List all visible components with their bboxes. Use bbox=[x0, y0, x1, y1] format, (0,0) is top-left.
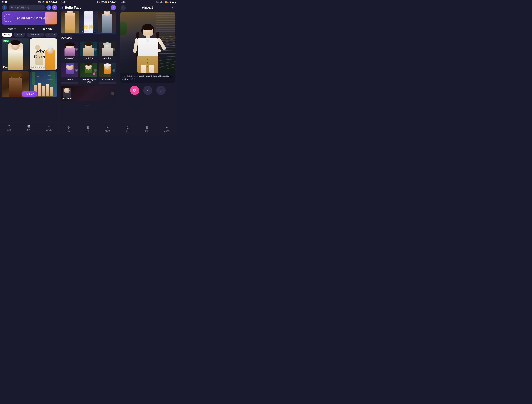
caption-text: 我们也提供了自定义换脸，你可以对任意视频或者图片进行换脸 去试试 bbox=[122, 75, 173, 81]
nav-indicator-1 bbox=[25, 132, 32, 132]
battery-bar-3 bbox=[172, 1, 175, 3]
genshin-card-img: › bbox=[61, 63, 78, 77]
tab-video-swap[interactable]: 视频换脸 bbox=[5, 27, 17, 31]
genshin-overlay: 原神 Genshin Impact bbox=[82, 24, 95, 32]
search-box[interactable]: 🔍 请输入模板名称 bbox=[9, 5, 45, 10]
s-icon-p2[interactable]: S bbox=[111, 5, 116, 10]
upload-banner[interactable]: + 上传任何视频或者图 片进行换脸 bbox=[2, 12, 57, 25]
play-icon-1: ⊙ bbox=[8, 124, 11, 128]
nav-play-2[interactable]: ⊙ 玩法 bbox=[64, 125, 73, 133]
time-1: 11:00 bbox=[2, 1, 7, 3]
ai-icon-2: ✦ bbox=[106, 125, 109, 129]
filter-virtual[interactable]: Virtual Fantasy bbox=[27, 32, 44, 37]
time-3: 11:02 bbox=[120, 1, 126, 3]
swap-label-3: 换脸 bbox=[145, 130, 149, 132]
hero-banner[interactable]: 原神 Genshin Impact bbox=[61, 12, 116, 34]
ps2-label: PS2 Filter bbox=[62, 97, 72, 100]
play-label-3: 玩法 bbox=[126, 130, 130, 132]
card-mua-label: Mua bbox=[3, 66, 7, 68]
hello-face-logo: ℌ Hello Face bbox=[61, 5, 109, 10]
nav-swap-3[interactable]: ⊟ 换脸 bbox=[143, 125, 151, 133]
play-icon-2: ⊙ bbox=[67, 125, 70, 129]
upload-plus-icon: + bbox=[4, 14, 12, 22]
anime-label: 视频动漫化 bbox=[61, 56, 78, 61]
tabs-row: 视频换脸 图片换脸 双人换脸 bbox=[0, 26, 59, 32]
filter-more-icon[interactable]: ≡ bbox=[59, 33, 59, 36]
back-icon: ‹ bbox=[123, 6, 123, 9]
top-cards-grid: NEW Mua Photo Dance ✦ Photo Dance bbox=[0, 38, 59, 70]
action-share-button[interactable]: ↗ bbox=[143, 86, 152, 95]
feature-card-timemagic[interactable]: › 时间魔法 bbox=[99, 42, 116, 61]
hero-char-1 bbox=[61, 12, 79, 32]
nav-swap-2[interactable]: ⊟ 换脸 bbox=[83, 125, 92, 133]
nav-ai-3[interactable]: ✦ AI写真 bbox=[162, 125, 172, 133]
custom-button[interactable]: + 自定义 > bbox=[22, 91, 37, 96]
card-photo-dance-label: Photo Dance bbox=[32, 66, 44, 68]
miyazaki-card-img: › bbox=[80, 63, 97, 77]
tab-photo-swap[interactable]: 图片换脸 bbox=[24, 27, 35, 31]
discord-icon[interactable]: D bbox=[46, 5, 51, 10]
caption-link[interactable]: 去试试 bbox=[129, 78, 135, 80]
panel-face-swap: 11:00 29.5 KB/s 📶 84% 👤 🔍 请输入模板名称 D S + … bbox=[0, 0, 59, 135]
nav-ai-1[interactable]: ✦ AI写真 bbox=[44, 124, 54, 133]
user-icon: 👤 bbox=[3, 6, 6, 9]
photodance-card-img: › bbox=[99, 63, 116, 77]
feature-card-photodance[interactable]: › Photo Dance bbox=[99, 63, 116, 84]
plant-element bbox=[120, 22, 127, 35]
caption-overlay: 我们也提供了自定义换脸，你可以对任意视频或者图片进行换脸 去试试 bbox=[120, 73, 175, 83]
battery-label-3: 84% bbox=[167, 1, 171, 3]
filter-trendy[interactable]: Trendy bbox=[2, 33, 12, 37]
feature-card-portrait[interactable]: › 精美写真集 bbox=[80, 42, 97, 61]
search-icon: 🔍 bbox=[11, 6, 13, 9]
feature-card-anime[interactable]: › 视频动漫化 bbox=[61, 42, 78, 61]
battery-bar-1 bbox=[53, 1, 57, 3]
home-button[interactable]: ⌂ bbox=[170, 5, 175, 11]
action-download-button[interactable]: ⬇ bbox=[156, 86, 165, 95]
feature-grid-row1: › 视频动漫化 › 精美写真集 › bbox=[59, 42, 118, 63]
play-label-2: 玩法 bbox=[67, 130, 70, 132]
time-2: 11:00 bbox=[61, 1, 66, 3]
section-title-features: 特色玩法 bbox=[59, 37, 118, 42]
photodance-chevron: › bbox=[113, 69, 115, 72]
nav-play-3[interactable]: ⊙ 玩法 bbox=[123, 125, 132, 133]
p2-scrollable[interactable]: 原神 Genshin Impact 特色玩法 › 视频动漫化 bbox=[59, 12, 118, 123]
swap-label-1: 换脸 bbox=[27, 129, 30, 131]
timemagic-chevron: › bbox=[113, 48, 115, 51]
nav-swap-1[interactable]: ⊟ 换脸 bbox=[23, 124, 34, 133]
ps2-card[interactable]: › PS2 Filter bbox=[61, 86, 116, 101]
search-placeholder: 请输入模板名称 bbox=[14, 6, 29, 9]
tab-dual-swap[interactable]: 双人换脸 bbox=[42, 27, 54, 31]
panel-result: 11:02 1.36 MB/s 📶 84% ‹ 制作完成 ⌂ bbox=[118, 0, 177, 135]
nav-ai-2[interactable]: ✦ AI写真 bbox=[102, 125, 113, 133]
s-icon[interactable]: S bbox=[52, 5, 57, 10]
action-row: 🖼 ↗ ⬇ bbox=[118, 83, 177, 96]
custom-btn-label: + 自定义 > bbox=[25, 92, 34, 96]
feature-card-miyazaki[interactable]: › Miyazaki Hayao Style bbox=[80, 63, 97, 84]
user-avatar[interactable]: 👤 bbox=[2, 5, 7, 10]
page-title-result: 制作完成 bbox=[126, 6, 170, 10]
watermark: one.com bbox=[59, 103, 118, 108]
result-inner: 我们也提供了自定义换脸，你可以对任意视频或者图片进行换脸 去试试 bbox=[120, 12, 175, 83]
share-icon: ↗ bbox=[147, 89, 149, 92]
wifi-icon-1: 📶 bbox=[46, 1, 48, 3]
play-label-1: 玩法 bbox=[7, 129, 11, 131]
genshin-card-label: Genshin bbox=[61, 77, 78, 82]
preview-img bbox=[45, 12, 57, 25]
ps2-bg: › PS2 Filter bbox=[61, 86, 116, 101]
anime-chevron: › bbox=[75, 48, 78, 51]
home-icon: ⌂ bbox=[171, 6, 173, 10]
swap-label-2: 换脸 bbox=[86, 130, 89, 132]
card-photo-dance[interactable]: Photo Dance ✦ Photo Dance bbox=[30, 38, 57, 70]
back-button[interactable]: ‹ bbox=[120, 5, 126, 11]
action-image-button[interactable]: 🖼 bbox=[130, 86, 139, 95]
status-bar-2: 11:00 1.09 MB/s 📶 84% bbox=[59, 0, 118, 4]
card-mua[interactable]: NEW Mua bbox=[2, 38, 29, 70]
filter-beauties[interactable]: Beauties bbox=[45, 32, 57, 37]
nav-play-1[interactable]: ⊙ 玩法 bbox=[5, 124, 13, 133]
image-icon: 🖼 bbox=[133, 88, 136, 92]
feature-card-genshin[interactable]: › Genshin bbox=[61, 63, 78, 84]
filter-genshin[interactable]: Genshin bbox=[14, 32, 25, 37]
download-icon: ⬇ bbox=[160, 89, 162, 92]
miyazaki-chevron: › bbox=[94, 69, 97, 72]
hero-char-3 bbox=[98, 12, 116, 32]
